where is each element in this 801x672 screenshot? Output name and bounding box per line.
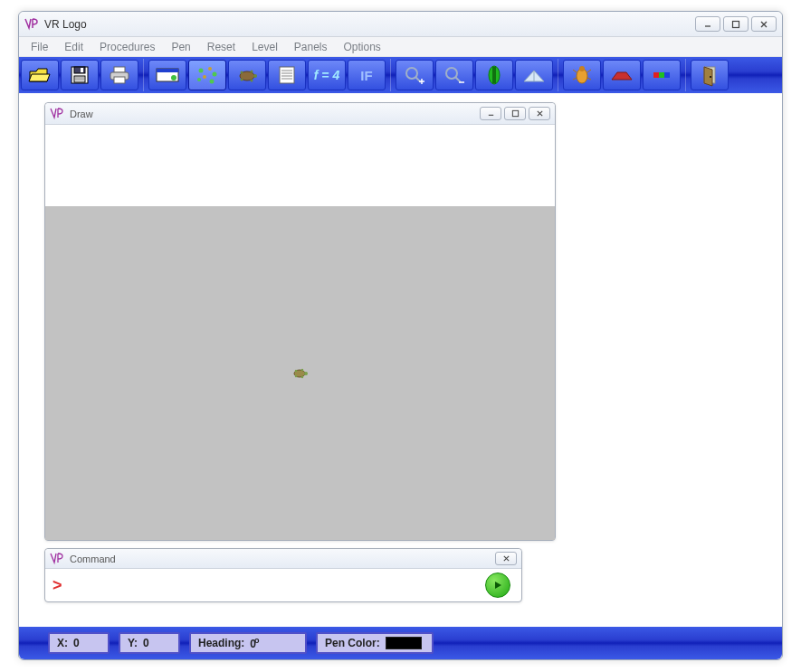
panel-blue-button[interactable] bbox=[148, 60, 186, 90]
titlebar[interactable]: VR Logo bbox=[19, 12, 782, 37]
svg-rect-12 bbox=[157, 69, 178, 72]
menu-reset[interactable]: Reset bbox=[199, 38, 243, 56]
svg-point-16 bbox=[213, 72, 217, 77]
zoom-in-icon bbox=[401, 63, 428, 87]
list-icon bbox=[273, 63, 300, 87]
stoplight-button[interactable] bbox=[475, 60, 513, 90]
command-icon bbox=[50, 552, 64, 566]
command-input[interactable] bbox=[70, 574, 485, 596]
svg-point-57 bbox=[294, 374, 296, 376]
var-label: f = 4 bbox=[314, 68, 339, 82]
status-heading-label: Heading: bbox=[198, 637, 244, 649]
svg-line-45 bbox=[573, 78, 577, 80]
if-button[interactable]: IF bbox=[348, 60, 386, 90]
svg-point-22 bbox=[241, 71, 243, 74]
menu-options[interactable]: Options bbox=[336, 38, 389, 56]
svg-point-18 bbox=[197, 78, 201, 81]
status-pen-label: Pen Color: bbox=[325, 637, 380, 649]
run-button[interactable] bbox=[485, 573, 510, 598]
statusbar: X: 0 Y: 0 Heading: 0o Pen Color: bbox=[19, 627, 782, 659]
door-icon bbox=[696, 63, 723, 87]
color-bars-icon bbox=[648, 63, 675, 87]
svg-rect-10 bbox=[114, 77, 125, 83]
window-title: VR Logo bbox=[44, 18, 692, 31]
draw-maximize-button[interactable] bbox=[504, 107, 526, 120]
svg-rect-47 bbox=[653, 72, 659, 78]
perspective-button[interactable] bbox=[515, 60, 553, 90]
maximize-button[interactable] bbox=[723, 16, 749, 32]
folder-open-icon bbox=[26, 63, 53, 87]
svg-point-21 bbox=[253, 74, 257, 78]
zoom-out-icon bbox=[441, 63, 468, 87]
stoplight-icon bbox=[481, 63, 508, 87]
close-button[interactable] bbox=[751, 16, 777, 32]
exit-button[interactable] bbox=[691, 60, 729, 90]
svg-rect-48 bbox=[659, 72, 664, 78]
colors-button[interactable] bbox=[643, 60, 681, 90]
pen-color-swatch bbox=[386, 637, 422, 649]
svg-rect-4 bbox=[81, 68, 83, 72]
svg-point-55 bbox=[304, 372, 308, 375]
svg-point-56 bbox=[294, 369, 296, 371]
command-body: > bbox=[45, 569, 521, 601]
draw-icon bbox=[50, 107, 64, 121]
menu-edit[interactable]: Edit bbox=[56, 38, 91, 56]
command-window[interactable]: Command > bbox=[44, 548, 522, 602]
command-close-button[interactable] bbox=[495, 552, 517, 565]
svg-line-44 bbox=[587, 70, 591, 72]
svg-rect-49 bbox=[664, 72, 670, 78]
draw-window[interactable]: Draw bbox=[44, 102, 556, 541]
draw-minimize-button[interactable] bbox=[480, 107, 501, 120]
svg-point-58 bbox=[300, 368, 302, 370]
command-title: Command bbox=[70, 554, 492, 564]
svg-point-14 bbox=[199, 69, 204, 73]
svg-point-19 bbox=[210, 80, 215, 84]
roof-button[interactable] bbox=[603, 60, 641, 90]
variable-button[interactable]: f = 4 bbox=[308, 60, 346, 90]
app-icon bbox=[24, 17, 39, 32]
svg-point-23 bbox=[241, 79, 243, 81]
panel-turtle-button[interactable] bbox=[228, 60, 266, 90]
draw-close-button[interactable] bbox=[529, 107, 550, 120]
turtle-sprite[interactable] bbox=[291, 367, 310, 380]
svg-point-15 bbox=[208, 67, 212, 71]
turtle-icon bbox=[234, 63, 261, 87]
play-icon bbox=[492, 580, 503, 591]
turtle-shape-button[interactable] bbox=[563, 60, 601, 90]
draw-canvas[interactable] bbox=[45, 206, 555, 540]
zoom-out-button[interactable] bbox=[435, 60, 473, 90]
toolbar: f = 4 IF bbox=[19, 57, 782, 93]
floppy-disk-icon bbox=[66, 63, 93, 87]
draw-titlebar[interactable]: Draw bbox=[45, 103, 555, 125]
save-button[interactable] bbox=[61, 60, 99, 90]
menu-level[interactable]: Level bbox=[243, 38, 286, 56]
status-x-value: 0 bbox=[73, 637, 80, 649]
menu-panels[interactable]: Panels bbox=[286, 38, 336, 56]
list-button[interactable] bbox=[268, 60, 306, 90]
minimize-button[interactable] bbox=[695, 16, 720, 32]
perspective-icon bbox=[520, 63, 548, 87]
menu-file[interactable]: File bbox=[23, 38, 56, 56]
menu-pen[interactable]: Pen bbox=[163, 38, 198, 56]
svg-rect-3 bbox=[74, 67, 85, 73]
svg-point-51 bbox=[710, 76, 711, 78]
svg-point-42 bbox=[579, 66, 585, 71]
status-x: X: 0 bbox=[48, 632, 110, 654]
status-x-label: X: bbox=[57, 637, 68, 649]
if-label: IF bbox=[360, 68, 372, 83]
svg-line-46 bbox=[587, 78, 591, 80]
svg-rect-8 bbox=[114, 67, 125, 72]
status-y-value: 0 bbox=[143, 637, 149, 649]
open-button[interactable] bbox=[21, 60, 59, 90]
print-button[interactable] bbox=[100, 60, 138, 90]
svg-rect-26 bbox=[280, 67, 294, 83]
zoom-in-button[interactable] bbox=[396, 60, 434, 90]
panel-blue-icon bbox=[154, 63, 181, 87]
menu-procedures[interactable]: Procedures bbox=[91, 38, 163, 56]
svg-rect-39 bbox=[492, 67, 496, 83]
panel-dots-button[interactable] bbox=[188, 60, 226, 90]
svg-point-24 bbox=[251, 71, 253, 73]
status-heading: Heading: 0o bbox=[189, 632, 307, 654]
bug-icon bbox=[568, 63, 596, 87]
command-titlebar[interactable]: Command bbox=[45, 549, 521, 569]
